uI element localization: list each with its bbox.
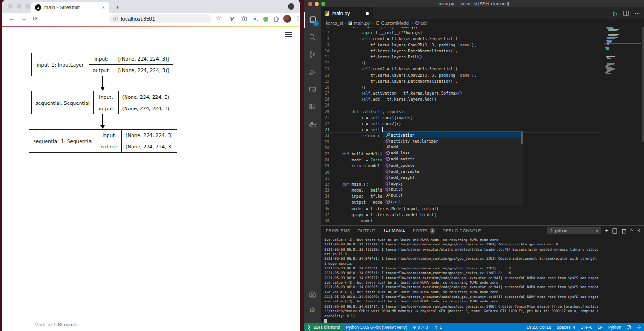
code-line: 18 self.add = tf.keras.layers.Add() bbox=[321, 97, 602, 103]
modified-dot-icon[interactable] bbox=[366, 12, 369, 15]
footer-brand[interactable]: Streamlit bbox=[58, 322, 77, 327]
settings-gear-icon[interactable]: ⚙ bbox=[304, 302, 321, 318]
ports-indicator[interactable]: 1 bbox=[431, 325, 445, 330]
run-debug-icon[interactable] bbox=[304, 64, 321, 80]
new-tab-button[interactable]: + bbox=[115, 3, 120, 11]
profile-avatar[interactable] bbox=[283, 15, 291, 23]
window-zoom-button[interactable] bbox=[25, 4, 30, 9]
autocomplete-widget: activationactivity_regularizeraddadd_los… bbox=[383, 131, 523, 205]
eol-sequence[interactable]: LF bbox=[595, 325, 605, 330]
tab-close-icon[interactable]: × bbox=[101, 5, 106, 10]
close-panel-icon[interactable]: × bbox=[637, 228, 640, 234]
back-icon[interactable]: ← bbox=[9, 15, 15, 22]
green-extension-icon[interactable] bbox=[263, 17, 268, 22]
address-bar[interactable]: ⓘ localhost:8501 bbox=[109, 14, 212, 23]
docker-icon[interactable] bbox=[304, 117, 321, 132]
code-line: 17 self.activation = tf.keras.layers.Sof… bbox=[321, 91, 602, 97]
indentation[interactable]: Spaces: 4 bbox=[554, 325, 578, 330]
window-close-button[interactable] bbox=[308, 2, 312, 6]
window-close-button[interactable] bbox=[8, 4, 13, 9]
breadcrumb-item[interactable]: call bbox=[415, 21, 428, 26]
screenshot-extension-icon[interactable] bbox=[253, 17, 258, 21]
terminal-line: ive value (-1), but there must be at lea… bbox=[324, 299, 642, 304]
window-minimize-button[interactable] bbox=[315, 2, 319, 6]
terminal-output[interactable]: ive value (-1), but there must be at lea… bbox=[324, 236, 642, 323]
site-info-icon[interactable]: ⓘ bbox=[113, 16, 118, 23]
browser-tab[interactable]: ▲ main · Streamlit × bbox=[31, 2, 109, 13]
explorer-badge: 1 bbox=[313, 21, 319, 26]
terminal-line: 2021-05-03 06:01:34.079707: I tensorflow… bbox=[324, 276, 642, 280]
panel-tab-terminal[interactable]: TERMINAL bbox=[383, 228, 406, 234]
panel-tab-problems[interactable]: PROBLEMS bbox=[326, 228, 350, 233]
remote-explorer-icon[interactable] bbox=[304, 82, 321, 97]
suggest-item-call[interactable]: call bbox=[383, 199, 523, 205]
problems-indicator[interactable]: ⊗ 0 △ 0 bbox=[410, 325, 431, 330]
feedback-icon[interactable] bbox=[624, 325, 634, 330]
split-editor-icon[interactable] bbox=[623, 11, 629, 16]
suggest-item-add[interactable]: add bbox=[383, 144, 523, 150]
tab-overflow-icon[interactable] bbox=[288, 3, 294, 10]
minimap[interactable] bbox=[604, 27, 641, 215]
editor-tab-main-py[interactable]: main.py bbox=[321, 7, 373, 19]
remote-indicator[interactable]: SSH: diamond bbox=[304, 323, 343, 331]
suggest-item-add_variable[interactable]: add_variable bbox=[383, 168, 523, 174]
forward-icon[interactable]: → bbox=[21, 15, 27, 22]
maximize-panel-icon[interactable]: ^ bbox=[630, 228, 633, 234]
more-actions-icon[interactable]: ⋯ bbox=[634, 10, 640, 17]
terminal-select-value: 2: python bbox=[550, 228, 567, 233]
cursor-position[interactable]: Ln 23, Col 18 bbox=[523, 325, 554, 330]
line-number: 23 bbox=[321, 127, 329, 133]
panel-tab-output[interactable]: OUTPUT bbox=[357, 228, 375, 233]
breadcrumb-label: CustomModel bbox=[381, 21, 410, 26]
streamlit-menu-icon[interactable] bbox=[285, 32, 292, 39]
window-minimize-button[interactable] bbox=[17, 4, 22, 9]
line-number: 31 bbox=[321, 176, 329, 182]
run-file-icon[interactable]: ▷ bbox=[613, 10, 618, 17]
suggest-item-activation[interactable]: activation bbox=[383, 132, 523, 138]
suggest-item-apply[interactable]: apply bbox=[383, 181, 523, 187]
suggest-item-add_weight[interactable]: add_weight bbox=[383, 174, 523, 180]
new-terminal-icon[interactable]: + bbox=[605, 228, 608, 234]
python-interpreter[interactable]: Python 3.8.5 64-bit ('.venv': venv) bbox=[343, 325, 410, 330]
account-icon[interactable] bbox=[304, 287, 321, 303]
suggest-item-add_loss[interactable]: add_loss bbox=[383, 150, 523, 156]
line-number: 30 bbox=[321, 170, 329, 176]
kill-terminal-icon[interactable] bbox=[621, 228, 626, 234]
explorer-icon[interactable]: 1 bbox=[304, 12, 321, 28]
breadcrumb-item[interactable]: keras_st bbox=[326, 21, 343, 26]
language-mode[interactable]: Python bbox=[605, 325, 624, 330]
split-terminal-icon[interactable] bbox=[612, 228, 617, 234]
terminal-select[interactable]: 2: python ∨ bbox=[547, 227, 601, 234]
extensions-puzzle-icon[interactable] bbox=[273, 16, 279, 22]
encoding[interactable]: UTF-8 bbox=[578, 325, 595, 330]
diagram-io-value: [(None, 224, 224, 3)] bbox=[114, 65, 173, 76]
suggest-label: build bbox=[391, 187, 403, 192]
minimap-current-line bbox=[604, 43, 641, 44]
panel-tab-debug-console[interactable]: DEBUG CONSOLE bbox=[443, 228, 481, 233]
browser-menu-icon[interactable]: ⋮ bbox=[295, 15, 300, 22]
panel-tab-ports[interactable]: PORTS1 bbox=[413, 228, 435, 234]
extensions-icon[interactable] bbox=[304, 99, 321, 115]
source-control-icon[interactable] bbox=[304, 47, 321, 63]
suggest-scrollbar[interactable] bbox=[521, 132, 523, 144]
bookmark-star-icon[interactable]: ☆ bbox=[216, 15, 221, 22]
suggest-item-build[interactable]: build bbox=[383, 187, 523, 193]
terminal-line: 2021-05-03 06:01:33.715793: I tensorflow… bbox=[324, 242, 642, 247]
extension-v-icon[interactable]: V bbox=[230, 15, 234, 22]
camera-extension-icon[interactable] bbox=[241, 16, 247, 21]
suggest-item-activity_regularizer[interactable]: activity_regularizer bbox=[383, 138, 523, 144]
reload-icon[interactable]: ⟳ bbox=[33, 15, 38, 22]
url-text[interactable]: localhost:8501 bbox=[121, 16, 155, 22]
suggest-item-add_metric[interactable]: add_metric bbox=[383, 156, 523, 162]
suggest-item-built[interactable]: built bbox=[383, 193, 523, 199]
breadcrumb-item[interactable]: main.py bbox=[348, 21, 370, 26]
search-icon[interactable] bbox=[304, 29, 321, 45]
editor-scrollbar[interactable] bbox=[642, 27, 644, 142]
line-number: 29 bbox=[321, 163, 329, 169]
breadcrumb-item[interactable]: CustomModel bbox=[375, 21, 410, 26]
code-line: 16 )) bbox=[321, 85, 602, 91]
method-icon bbox=[385, 163, 390, 168]
window-zoom-button[interactable] bbox=[321, 2, 325, 6]
suggest-item-add_update[interactable]: add_update bbox=[383, 162, 523, 168]
notifications-bell-icon[interactable] bbox=[634, 325, 644, 330]
